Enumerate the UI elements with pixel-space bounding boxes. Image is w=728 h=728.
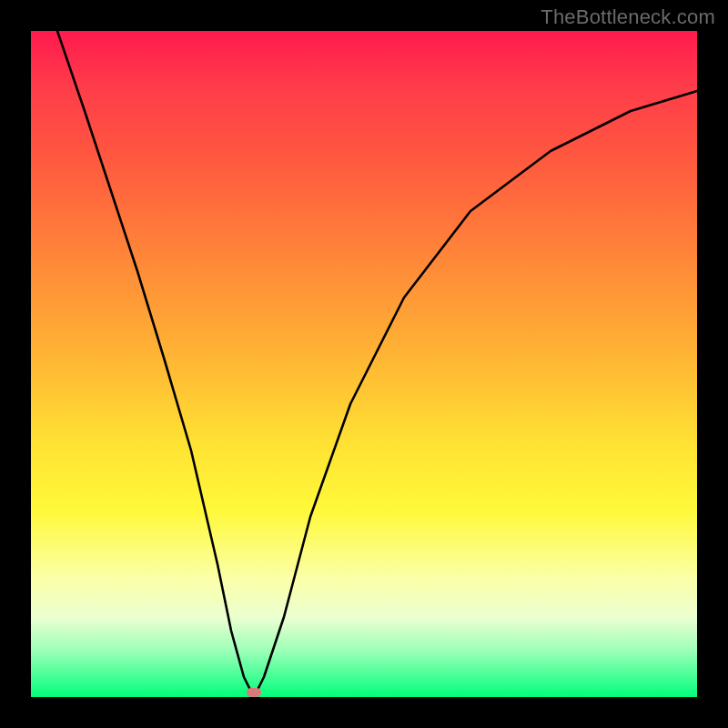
- plot-area: [31, 31, 697, 697]
- curve-path: [57, 31, 697, 697]
- chart-frame: TheBottleneck.com: [0, 0, 728, 728]
- minimum-marker: [247, 688, 261, 697]
- bottleneck-curve: [31, 31, 697, 697]
- watermark-text: TheBottleneck.com: [541, 5, 715, 29]
